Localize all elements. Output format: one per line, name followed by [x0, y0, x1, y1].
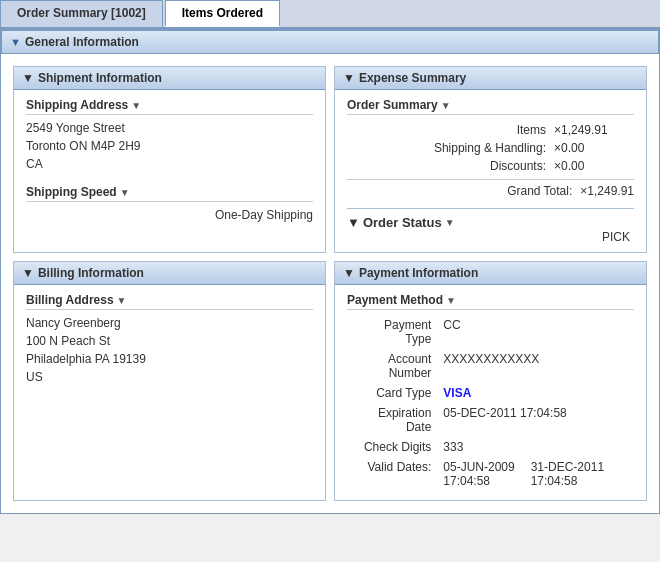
shipping-speed-label: Shipping Speed ▼	[26, 185, 313, 202]
shipping-row: Shipping & Handling: ×0.00	[347, 139, 634, 157]
general-info-section: ▼ General Information ▼ Shipment Informa…	[0, 29, 660, 514]
order-summary-label: Order Summary ▼	[347, 98, 634, 115]
valid-dates-row: Valid Dates: 05-JUN-2009 17:04:58 31-DEC…	[349, 458, 632, 490]
shipping-label: Shipping & Handling:	[347, 141, 554, 155]
valid-to-date: 31-DEC-2011	[531, 460, 604, 474]
payment-panel-body: Payment Method ▼ Payment Type CC	[335, 285, 646, 500]
shipping-address-line1: 2549 Yonge Street	[26, 119, 313, 137]
discounts-label: Discounts:	[347, 159, 554, 173]
payment-method-arrow[interactable]: ▼	[446, 295, 456, 306]
payment-panel-label: Payment Information	[359, 266, 478, 280]
expense-panel-label: Expense Summary	[359, 71, 466, 85]
payment-type-row: Payment Type CC	[349, 316, 632, 348]
expiration-row: Expiration Date 05-DEC-2011 17:04:58	[349, 404, 632, 436]
valid-dates-values: 05-JUN-2009 17:04:58 31-DEC-2011 17:04:5…	[439, 458, 632, 490]
billing-address-line3: US	[26, 368, 313, 386]
card-type-value: VISA	[439, 384, 632, 402]
shipment-panel-label: Shipment Information	[38, 71, 162, 85]
items-label: Items	[347, 123, 554, 137]
payment-method-label: Payment Method ▼	[347, 293, 634, 310]
account-number-label: Account Number	[349, 350, 437, 382]
expense-rows: Items ×1,249.91 Shipping & Handling: ×0.…	[347, 121, 634, 175]
billing-address-name: Nancy Greenberg	[26, 314, 313, 332]
order-status-section: ▼ Order Status ▼	[347, 208, 634, 230]
shipping-speed-group: Shipping Speed ▼ One-Day Shipping	[26, 185, 313, 224]
shipment-panel-body: Shipping Address ▼ 2549 Yonge Street Tor…	[14, 90, 325, 244]
order-status-chevron: ▼	[347, 215, 360, 230]
payment-panel-header: ▼ Payment Information	[335, 262, 646, 285]
payment-panel: ▼ Payment Information Payment Method ▼ P…	[334, 261, 647, 501]
shipment-panel: ▼ Shipment Information Shipping Address …	[13, 66, 326, 253]
order-summary-arrow[interactable]: ▼	[441, 100, 451, 111]
check-digits-label: Check Digits	[349, 438, 437, 456]
valid-from-time: 17:04:58	[443, 474, 514, 488]
check-digits-value: 333	[439, 438, 632, 456]
valid-from-date: 05-JUN-2009	[443, 460, 514, 474]
valid-dates-row-inner: 05-JUN-2009 17:04:58 31-DEC-2011 17:04:5…	[443, 460, 628, 488]
valid-from: 05-JUN-2009 17:04:58	[443, 460, 514, 488]
shipping-address-label: Shipping Address ▼	[26, 98, 313, 115]
general-info-chevron: ▼	[10, 36, 21, 48]
shipping-value: ×0.00	[554, 141, 634, 155]
panels-grid: ▼ Shipment Information Shipping Address …	[1, 54, 659, 513]
shipping-speed-arrow[interactable]: ▼	[120, 187, 130, 198]
shipping-address-group: Shipping Address ▼ 2549 Yonge Street Tor…	[26, 98, 313, 173]
billing-address-line1: 100 N Peach St	[26, 332, 313, 350]
card-type-row: Card Type VISA	[349, 384, 632, 402]
payment-details-table: Payment Type CC Account Number XXXXXXXXX…	[347, 314, 634, 492]
shipment-panel-header: ▼ Shipment Information	[14, 67, 325, 90]
expiration-value: 05-DEC-2011 17:04:58	[439, 404, 632, 436]
shipping-address-arrow[interactable]: ▼	[131, 100, 141, 111]
discounts-value: ×0.00	[554, 159, 634, 173]
tab-items-ordered[interactable]: Items Ordered	[165, 0, 280, 27]
billing-address-group: Billing Address ▼ Nancy Greenberg 100 N …	[26, 293, 313, 386]
tabs-bar: Order Summary [1002] Items Ordered	[0, 0, 660, 29]
grand-total-row: Grand Total: ×1,249.91	[347, 179, 634, 200]
general-info-label: General Information	[25, 35, 139, 49]
valid-to: 31-DEC-2011 17:04:58	[531, 460, 604, 488]
billing-address-arrow[interactable]: ▼	[117, 295, 127, 306]
discounts-row: Discounts: ×0.00	[347, 157, 634, 175]
expense-panel-header: ▼ Expense Summary	[335, 67, 646, 90]
billing-chevron: ▼	[22, 266, 34, 280]
expiration-label: Expiration Date	[349, 404, 437, 436]
shipment-chevron: ▼	[22, 71, 34, 85]
valid-to-time: 17:04:58	[531, 474, 604, 488]
payment-type-label: Payment Type	[349, 316, 437, 348]
order-status-label: Order Status	[363, 215, 442, 230]
shipping-address-line3: CA	[26, 155, 313, 173]
app-container: Order Summary [1002] Items Ordered ▼ Gen…	[0, 0, 660, 514]
order-status-value: PICK	[347, 230, 634, 244]
order-status-arrow[interactable]: ▼	[445, 217, 455, 228]
account-number-value: XXXXXXXXXXXX	[439, 350, 632, 382]
account-number-row: Account Number XXXXXXXXXXXX	[349, 350, 632, 382]
shipping-address-line2: Toronto ON M4P 2H9	[26, 137, 313, 155]
items-row: Items ×1,249.91	[347, 121, 634, 139]
check-digits-row: Check Digits 333	[349, 438, 632, 456]
billing-address-label: Billing Address ▼	[26, 293, 313, 310]
expense-panel-body: Order Summary ▼ Items ×1,249.91 Shipping…	[335, 90, 646, 252]
payment-type-value: CC	[439, 316, 632, 348]
billing-address-line2: Philadelphia PA 19139	[26, 350, 313, 368]
expense-chevron: ▼	[343, 71, 355, 85]
grand-total-value: ×1,249.91	[580, 184, 634, 198]
expense-panel: ▼ Expense Summary Order Summary ▼ Items …	[334, 66, 647, 253]
valid-dates-label: Valid Dates:	[349, 458, 437, 490]
payment-chevron: ▼	[343, 266, 355, 280]
general-info-header: ▼ General Information	[1, 30, 659, 54]
card-type-label: Card Type	[349, 384, 437, 402]
tab-order-summary[interactable]: Order Summary [1002]	[0, 0, 163, 27]
billing-panel-header: ▼ Billing Information	[14, 262, 325, 285]
grand-total-label: Grand Total:	[507, 184, 580, 198]
billing-panel: ▼ Billing Information Billing Address ▼ …	[13, 261, 326, 501]
shipping-speed-value: One-Day Shipping	[26, 206, 313, 224]
billing-panel-label: Billing Information	[38, 266, 144, 280]
billing-panel-body: Billing Address ▼ Nancy Greenberg 100 N …	[14, 285, 325, 406]
items-value: ×1,249.91	[554, 123, 634, 137]
